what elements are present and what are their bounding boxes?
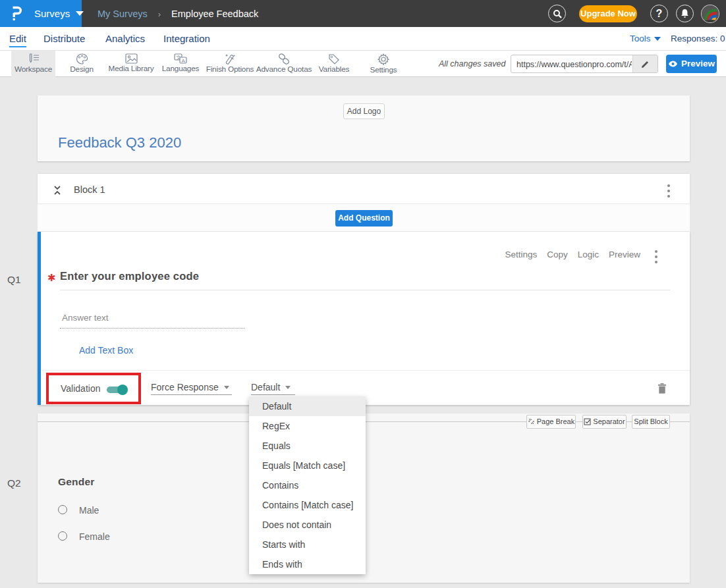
svg-text:A: A [182,58,186,64]
